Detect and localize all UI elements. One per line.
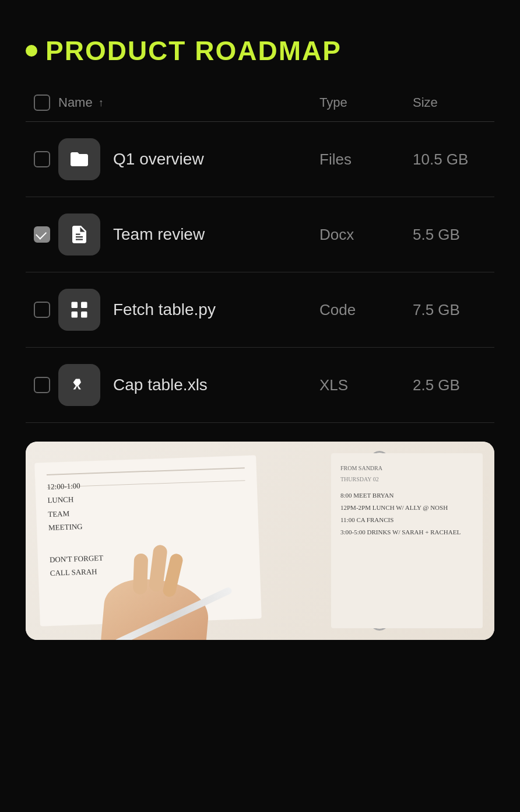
row-2-name-cell: Team review: [58, 214, 319, 256]
row-3-checkbox-wrapper[interactable]: [26, 302, 58, 318]
right-note-line: FROM SANDRA: [340, 463, 473, 474]
spreadsheet-svg: [69, 374, 90, 396]
right-note-line: 3:00-5:00 DRINKS W/ SARAH + RACHAEL: [340, 526, 473, 538]
svg-rect-3: [81, 312, 87, 318]
code-svg: [69, 299, 90, 320]
note-text-line: TEAM: [48, 506, 102, 522]
name-column-header[interactable]: Name ↑: [58, 95, 319, 110]
row-1-checkbox-wrapper[interactable]: [26, 151, 58, 167]
row-1-checkbox[interactable]: [34, 151, 50, 167]
right-note-line: 8:00 MEET BRYAN: [340, 489, 473, 502]
svg-rect-2: [72, 312, 78, 318]
table-row[interactable]: Team review Docx 5.5 GB: [26, 197, 494, 272]
row-1-size: 10.5 GB: [413, 150, 494, 169]
row-2-filename: Team review: [113, 225, 205, 244]
row-2-checkbox[interactable]: [34, 226, 50, 243]
page-title-area: PRODUCT ROADMAP: [26, 35, 494, 66]
page-title: PRODUCT ROADMAP: [45, 35, 342, 66]
title-dot: [26, 45, 37, 57]
row-1-name-cell: Q1 overview: [58, 138, 319, 180]
row-3-name-cell: Fetch table.py: [58, 289, 319, 331]
bottom-image: 12:00-1:00 LUNCH TEAM MEETING DON'T FORG…: [26, 442, 494, 640]
svg-rect-0: [72, 302, 78, 309]
row-3-checkbox[interactable]: [34, 302, 50, 318]
row-4-filename: Cap table.xls: [113, 376, 208, 394]
right-note-line: 12PM-2PM LUNCH W/ ALLY @ NOSH: [340, 502, 473, 514]
page-container: PRODUCT ROADMAP Name ↑ Type Size Q1 over…: [0, 0, 520, 812]
type-column-header: Type: [319, 95, 413, 110]
row-4-checkbox[interactable]: [34, 377, 50, 393]
row-4-size: 2.5 GB: [413, 376, 494, 394]
select-all-checkbox-wrapper[interactable]: [26, 94, 58, 111]
row-3-size: 7.5 GB: [413, 301, 494, 319]
row-2-type: Docx: [319, 226, 413, 244]
right-note-line: 11:00 CA FRANCIS: [340, 514, 473, 526]
row-3-type: Code: [319, 301, 413, 319]
row-2-size: 5.5 GB: [413, 226, 494, 244]
name-label: Name: [58, 95, 93, 110]
svg-rect-1: [81, 302, 87, 309]
table-row[interactable]: Q1 overview Files 10.5 GB: [26, 122, 494, 197]
notebook-scene: 12:00-1:00 LUNCH TEAM MEETING DON'T FORG…: [26, 442, 494, 640]
select-all-checkbox[interactable]: [34, 94, 50, 111]
row-1-type: Files: [319, 150, 413, 169]
row-4-checkbox-wrapper[interactable]: [26, 377, 58, 393]
row-4-name-cell: Cap table.xls: [58, 364, 319, 406]
row-4-type: XLS: [319, 376, 413, 394]
folder-svg: [69, 149, 90, 170]
row-3-filename: Fetch table.py: [113, 300, 216, 319]
notebook-right-page: FROM SANDRA THURSDAY 02 8:00 MEET BRYAN …: [331, 453, 483, 628]
table-row[interactable]: Cap table.xls XLS 2.5 GB: [26, 348, 494, 423]
spreadsheet-icon: [58, 364, 100, 406]
code-icon: [58, 289, 100, 331]
note-text-line: LUNCH: [47, 492, 101, 508]
table-row[interactable]: Fetch table.py Code 7.5 GB: [26, 272, 494, 348]
document-icon: [58, 214, 100, 256]
sort-arrow-icon[interactable]: ↑: [99, 97, 104, 109]
folder-icon: [58, 138, 100, 180]
table-header: Name ↑ Type Size: [26, 94, 494, 122]
size-column-header: Size: [413, 95, 494, 110]
row-1-filename: Q1 overview: [113, 150, 204, 169]
note-text-line: 12:00-1:00: [47, 478, 101, 494]
row-2-checkbox-wrapper[interactable]: [26, 226, 58, 243]
finger-1: [133, 554, 148, 595]
document-svg: [69, 224, 90, 245]
right-note-line: THURSDAY 02: [340, 474, 473, 485]
